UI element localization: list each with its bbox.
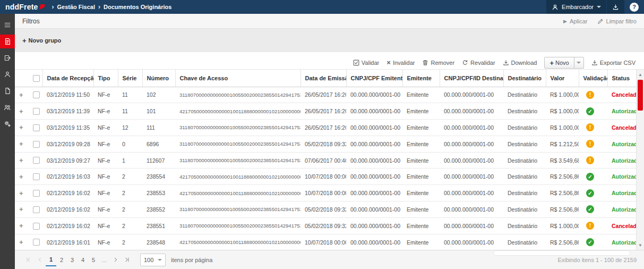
expand-row-icon[interactable]: + bbox=[19, 173, 23, 181]
invalidate-button[interactable]: × Invalidar bbox=[387, 60, 415, 66]
horizontal-scrollbar-thumb[interactable] bbox=[494, 251, 630, 255]
sidebar-item-relatorios[interactable] bbox=[0, 84, 15, 98]
select-all-checkbox[interactable] bbox=[33, 75, 40, 82]
row-checkbox[interactable] bbox=[33, 239, 40, 246]
page-button-4[interactable]: 4 bbox=[78, 254, 88, 266]
cell-chave: 3118070000000000001005500200023855014294… bbox=[175, 152, 300, 169]
page-ellipsis: ... bbox=[99, 254, 109, 266]
scrollbar-thumb[interactable] bbox=[638, 80, 643, 111]
table-row[interactable]: +03/12/2019 11:35NF-e1211131180700000000… bbox=[15, 120, 636, 136]
user-menu-button[interactable]: Embarcador bbox=[546, 0, 606, 14]
column-header-emitente[interactable]: Emitente bbox=[402, 70, 440, 87]
sidebar-item-usuarios[interactable] bbox=[0, 100, 15, 114]
column-header-emissao[interactable]: Data de Emissão bbox=[300, 70, 346, 87]
invalidate-label: Invalidar bbox=[393, 60, 415, 66]
first-page-button[interactable] bbox=[22, 254, 34, 266]
page-button-5[interactable]: 5 bbox=[88, 254, 99, 266]
new-group-button[interactable]: + Novo grupo bbox=[22, 37, 61, 45]
next-page-button[interactable] bbox=[109, 254, 121, 266]
table-row[interactable]: +02/12/2019 16:02NF-e2238551311807000000… bbox=[15, 217, 636, 234]
cell-chave: 3118070000000000001005500200023855014294… bbox=[175, 120, 300, 136]
export-csv-button[interactable]: Exportar CSV bbox=[591, 60, 636, 66]
table-row[interactable]: +02/12/2019 16:02NF-e2238553421705000000… bbox=[15, 185, 636, 201]
expand-row-icon[interactable]: + bbox=[19, 91, 23, 99]
expand-column-header bbox=[15, 70, 29, 87]
cell-numero: 102 bbox=[142, 87, 175, 103]
breadcrumb-item[interactable]: Gestão Fiscal bbox=[57, 4, 96, 10]
column-header-cnpj_emitente[interactable]: CNPJ/CPF Emitente bbox=[346, 70, 402, 87]
cell-tipo: NF-e bbox=[93, 217, 118, 234]
scroll-down-icon[interactable]: ▼ bbox=[637, 241, 644, 249]
cell-numero: 238551 bbox=[142, 217, 175, 234]
cell-serie: 2 bbox=[118, 169, 142, 185]
remove-label: Remover bbox=[431, 60, 454, 66]
apply-filter-button[interactable]: ▶ Aplicar bbox=[563, 18, 588, 24]
column-header-serie[interactable]: Série bbox=[118, 70, 142, 87]
expand-row-icon[interactable]: + bbox=[19, 140, 23, 148]
expand-row-icon[interactable]: + bbox=[19, 107, 23, 115]
last-page-button[interactable] bbox=[121, 254, 133, 266]
column-header-valor[interactable]: Valor bbox=[546, 70, 579, 87]
scroll-up-icon[interactable]: ▲ bbox=[637, 71, 644, 78]
page-size-select[interactable]: 100 bbox=[140, 254, 166, 266]
page-button-2[interactable]: 2 bbox=[56, 254, 67, 266]
validate-button[interactable]: Validar bbox=[353, 60, 379, 66]
breadcrumb-item[interactable]: Documentos Originários bbox=[104, 4, 171, 10]
table-row[interactable]: +02/12/2019 16:01NF-e2238548421705000000… bbox=[15, 234, 636, 250]
remove-button[interactable]: Remover bbox=[422, 60, 454, 66]
table-row[interactable]: +03/12/2019 11:39NF-e1110142170500000000… bbox=[15, 103, 636, 120]
cell-valor: R$ 1.000,00 bbox=[546, 120, 579, 136]
table-row[interactable]: +03/12/2019 09:28NF-e0689631180700000000… bbox=[15, 136, 636, 152]
download-button[interactable]: Download bbox=[503, 60, 537, 66]
sidebar-item-documentos-originarios[interactable] bbox=[0, 35, 15, 48]
row-checkbox[interactable] bbox=[33, 223, 40, 230]
sidebar-item-configuracoes[interactable] bbox=[0, 117, 15, 131]
table-row[interactable]: +02/12/2019 16:02NF-e2238552311807000000… bbox=[15, 201, 636, 218]
expand-row-icon[interactable]: + bbox=[19, 205, 23, 213]
table-row[interactable]: +03/12/2019 09:27NF-e1112607311807000000… bbox=[15, 152, 636, 169]
table-row[interactable]: +02/12/2019 16:03NF-e2238554421705000000… bbox=[15, 169, 636, 185]
row-checkbox[interactable] bbox=[33, 190, 40, 197]
cell-recepcao: 02/12/2019 16:02 bbox=[42, 217, 93, 234]
row-checkbox[interactable] bbox=[33, 173, 40, 180]
row-checkbox[interactable] bbox=[33, 141, 40, 148]
row-checkbox[interactable] bbox=[33, 91, 40, 98]
check-column-header bbox=[29, 70, 42, 87]
validation-ok-icon: ✓ bbox=[586, 238, 594, 246]
row-checkbox[interactable] bbox=[33, 108, 40, 115]
cell-tipo: NF-e bbox=[93, 169, 118, 185]
cell-serie: 1 bbox=[118, 152, 142, 169]
column-header-destinatario[interactable]: Destinatário bbox=[503, 70, 546, 87]
new-button[interactable]: + Novo bbox=[545, 57, 573, 68]
column-header-validacao[interactable]: Validação bbox=[579, 70, 607, 87]
page-button-3[interactable]: 3 bbox=[67, 254, 78, 266]
expand-row-icon[interactable]: + bbox=[19, 189, 23, 197]
column-header-numero[interactable]: Número bbox=[142, 70, 175, 87]
column-header-cnpj_destinatario[interactable]: CNPJ/CPF/ID Destinatário bbox=[440, 70, 503, 87]
sidebar-menu-toggle[interactable] bbox=[0, 18, 15, 32]
new-dropdown-button[interactable] bbox=[574, 57, 583, 68]
expand-row-icon[interactable]: + bbox=[19, 123, 23, 131]
column-header-chave[interactable]: Chave de Acesso bbox=[175, 70, 300, 87]
clear-filter-button[interactable]: Limpar filtro bbox=[597, 18, 637, 24]
validation-warning-icon: ! bbox=[586, 156, 594, 164]
download-menu-button[interactable] bbox=[607, 0, 624, 14]
table-row[interactable]: +03/12/2019 11:50NF-e1110231180700000000… bbox=[15, 87, 636, 103]
row-checkbox[interactable] bbox=[33, 124, 40, 131]
cell-serie: 11 bbox=[118, 87, 142, 103]
expand-row-icon[interactable]: + bbox=[19, 238, 23, 246]
page-button-1[interactable]: 1 bbox=[46, 254, 56, 266]
row-checkbox[interactable] bbox=[33, 157, 40, 164]
expand-row-icon[interactable]: + bbox=[19, 222, 23, 230]
revalidate-button[interactable]: Revalidar bbox=[462, 60, 495, 66]
sidebar-item-saida[interactable] bbox=[0, 51, 15, 65]
row-checkbox[interactable] bbox=[33, 206, 40, 213]
column-header-status[interactable]: Status bbox=[607, 70, 636, 87]
vertical-scrollbar[interactable]: ▲ ▼ bbox=[636, 70, 644, 250]
expand-row-icon[interactable]: + bbox=[19, 156, 23, 164]
help-button[interactable]: ? bbox=[630, 3, 639, 12]
column-header-tipo[interactable]: Tipo bbox=[93, 70, 118, 87]
sidebar-item-transportador[interactable] bbox=[0, 68, 15, 81]
column-header-recepcao[interactable]: Data de Recepção↓ bbox=[42, 70, 93, 87]
previous-page-button[interactable] bbox=[34, 254, 46, 266]
